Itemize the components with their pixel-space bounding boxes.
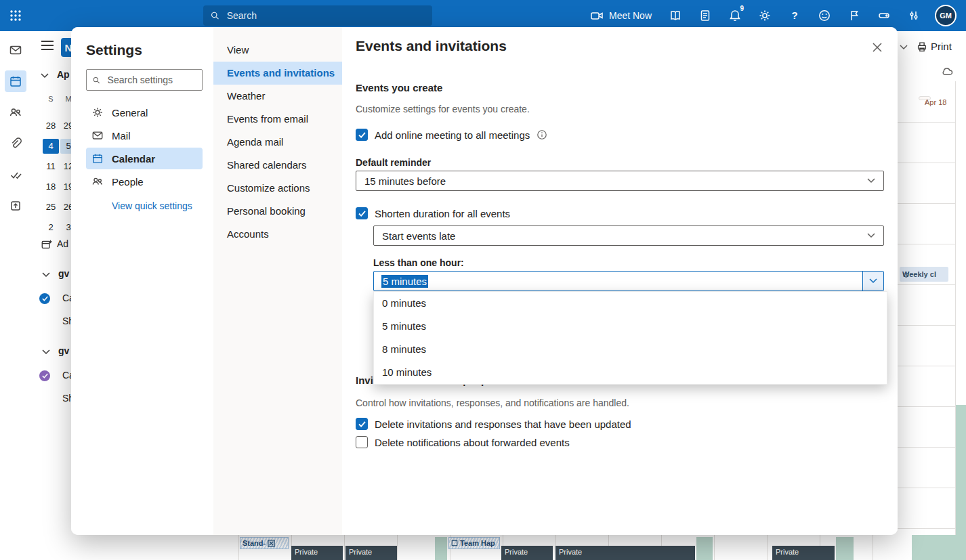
private-event-chip[interactable]: Private — [501, 546, 553, 560]
search-input[interactable] — [226, 9, 425, 22]
less-than-hour-label: Less than one hour: — [373, 257, 464, 268]
settings-dialog: Settings General Mail Calendar — [71, 27, 898, 535]
calendar-icon — [9, 74, 22, 88]
events-you-create-desc: Customize settings for events you create… — [356, 104, 530, 114]
combobox-dropdown-button[interactable] — [862, 272, 883, 290]
subnav-item-accounts[interactable]: Accounts — [213, 223, 342, 246]
add-calendar-label[interactable]: Ad — [57, 238, 68, 249]
nav-item-calendar[interactable]: Calendar — [86, 148, 203, 169]
search-icon — [210, 10, 220, 21]
search-icon — [92, 75, 101, 85]
view-chevron-icon[interactable] — [900, 45, 908, 50]
subnav-item-view[interactable]: View — [213, 39, 342, 62]
weekly-event-chip[interactable]: Weekly cl — [900, 267, 948, 282]
rail-calendar-button[interactable] — [5, 70, 26, 92]
subnav-item-shared-calendars[interactable]: Shared calendars — [213, 154, 342, 177]
calendar-check-icon[interactable] — [39, 370, 50, 381]
mini-date-selected[interactable]: 4 — [43, 139, 59, 154]
mini-date[interactable]: 2 — [43, 220, 59, 235]
less-than-hour-combobox[interactable]: 5 minutes — [373, 271, 884, 291]
subnav-item-events-and-invitations[interactable]: Events and invitations — [213, 62, 342, 85]
subnav-item-events-from-email[interactable]: Events from email — [213, 108, 342, 131]
rail-todo-button[interactable] — [5, 164, 26, 186]
option-5-minutes[interactable]: 5 minutes — [374, 315, 887, 338]
print-button[interactable]: Print — [931, 41, 952, 52]
mini-date[interactable]: 18 — [43, 179, 59, 194]
delete-updated-checkbox[interactable] — [356, 418, 368, 430]
info-icon[interactable] — [537, 129, 547, 140]
calendar-group-name[interactable]: gv — [58, 345, 69, 356]
nav-item-people[interactable]: People — [86, 171, 203, 192]
private-event-chip[interactable]: Private — [772, 546, 835, 560]
account-avatar[interactable]: GM — [935, 5, 957, 26]
shorten-duration-checkbox[interactable] — [356, 207, 368, 219]
app-rail — [0, 31, 31, 560]
event-fragment[interactable] — [696, 537, 713, 560]
group-chevron-icon[interactable] — [42, 349, 50, 355]
settings-nav-column: Settings General Mail Calendar — [71, 27, 213, 535]
option-10-minutes[interactable]: 10 minutes — [374, 361, 887, 384]
team-event-chip[interactable]: Team Hap — [448, 537, 500, 549]
close-button[interactable] — [866, 37, 888, 58]
video-camera-icon — [590, 9, 604, 22]
delete-forwarded-checkbox[interactable] — [356, 436, 368, 448]
view-quick-settings-link[interactable]: View quick settings — [86, 200, 203, 211]
event-fragment[interactable] — [836, 537, 854, 560]
subnav-item-agenda-mail[interactable]: Agenda mail — [213, 131, 342, 154]
shorten-mode-select[interactable]: Start events late — [373, 225, 884, 246]
date-badge[interactable]: Apr 18 › — [919, 96, 931, 100]
default-reminder-select[interactable]: 15 minutes before — [356, 171, 884, 191]
event-fragment[interactable] — [435, 537, 447, 560]
private-event-chip[interactable]: Private — [345, 546, 397, 560]
event-label: Private — [349, 548, 372, 556]
nav-label: Mail — [112, 130, 131, 142]
hamburger-icon[interactable] — [41, 41, 54, 50]
select-value: Start events late — [382, 230, 455, 242]
help-icon: ? — [788, 9, 801, 22]
mini-date[interactable]: 25 — [43, 200, 59, 215]
group-chevron-icon[interactable] — [42, 272, 50, 278]
calendar-check-icon[interactable] — [39, 293, 50, 304]
rail-apps-button[interactable] — [5, 195, 26, 217]
event-fragment[interactable] — [956, 405, 966, 535]
month-chevron-icon[interactable] — [41, 73, 49, 79]
add-calendar-icon[interactable] — [41, 238, 53, 251]
rail-attachments-button[interactable] — [5, 133, 26, 154]
app-launcher-button[interactable] — [0, 0, 31, 31]
event-fragment[interactable] — [912, 535, 966, 560]
standup-event-chip[interactable]: Stand- — [240, 537, 289, 549]
subnav-item-customize-actions[interactable]: Customize actions — [213, 177, 342, 200]
event-label: Team Hap — [460, 539, 495, 547]
avatar-initials: GM — [940, 12, 952, 20]
printer-icon[interactable] — [916, 41, 928, 53]
checkmark-icon — [9, 168, 22, 181]
subnav-item-personal-booking[interactable]: Personal booking — [213, 200, 342, 223]
option-0-minutes[interactable]: 0 minutes — [374, 292, 887, 315]
chevron-down-icon — [867, 178, 875, 184]
settings-search-input[interactable] — [106, 74, 196, 86]
settings-panel: Events and invitations Events you create… — [342, 27, 898, 535]
calendar-group-name[interactable]: gv — [58, 268, 69, 279]
rail-mail-button[interactable] — [5, 39, 26, 61]
private-event-chip[interactable]: Private — [555, 546, 695, 560]
nav-item-mail[interactable]: Mail — [86, 125, 203, 146]
cloud-icon[interactable] — [940, 65, 954, 76]
mini-date[interactable]: 11 — [43, 159, 59, 174]
global-search[interactable] — [203, 5, 432, 26]
share-box-icon — [9, 199, 22, 213]
subnav-item-weather[interactable]: Weather — [213, 85, 342, 108]
mini-date[interactable]: 28 — [43, 119, 59, 133]
people-icon — [91, 175, 104, 188]
mail-icon — [9, 43, 22, 57]
settings-search[interactable] — [86, 69, 203, 91]
rail-people-button[interactable] — [5, 102, 26, 123]
option-8-minutes[interactable]: 8 minutes — [374, 338, 887, 361]
nav-item-general[interactable]: General — [86, 102, 203, 123]
meet-now-button[interactable]: Meet Now — [583, 9, 658, 22]
selected-text: 5 minutes — [381, 275, 428, 288]
more-tools-button[interactable] — [901, 0, 927, 31]
panel-title: Events and invitations — [356, 38, 507, 54]
private-event-chip[interactable]: Private — [291, 546, 343, 560]
event-label: Private — [505, 548, 528, 556]
online-meeting-checkbox[interactable] — [356, 129, 368, 141]
